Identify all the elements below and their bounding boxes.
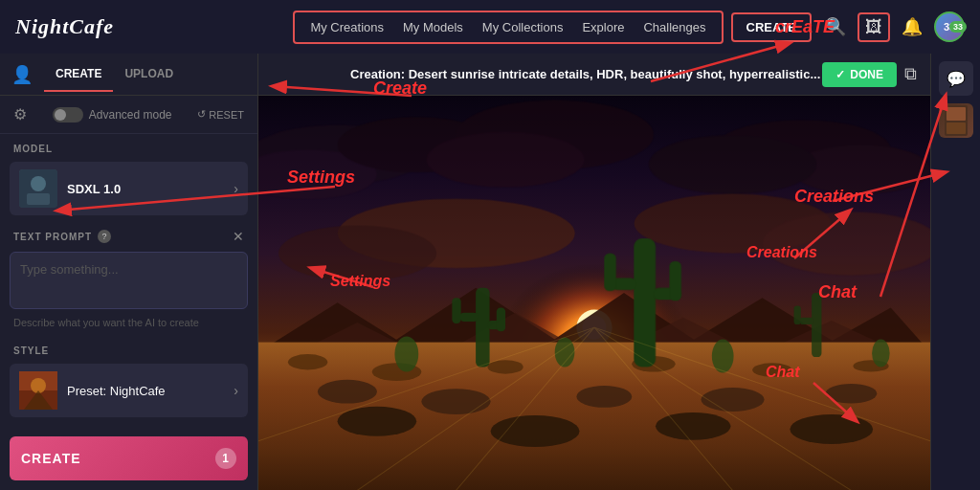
content-area: Creation: Desert sunrise intricate detai… xyxy=(258,54,930,490)
nav-challenges[interactable]: Challenges xyxy=(635,16,713,38)
profile-icon[interactable]: 👤 xyxy=(11,64,33,85)
svg-point-46 xyxy=(656,412,730,440)
nav-icon-group: 🔍 🖼 🔔 33 33 xyxy=(821,11,965,42)
prompt-hint: Describe what you want the AI to create xyxy=(0,313,257,336)
style-selector[interactable]: Preset: NightCafe › xyxy=(10,364,248,417)
tab-create[interactable]: CREATE xyxy=(44,57,113,92)
create-button-label: CREATE xyxy=(21,451,81,466)
svg-rect-57 xyxy=(497,307,505,331)
svg-point-64 xyxy=(872,340,890,368)
svg-rect-76 xyxy=(947,122,966,134)
desert-image: Settings Chat Creations xyxy=(258,96,930,490)
content-header: Creation: Desert sunrise intricate detai… xyxy=(258,54,930,96)
svg-rect-75 xyxy=(947,107,966,121)
svg-rect-58 xyxy=(812,293,821,357)
toggle-knob xyxy=(55,109,66,121)
nav-my-collections[interactable]: My Collections xyxy=(475,16,571,38)
sidebar-tab-row: 👤 CREATE UPLOAD xyxy=(0,54,257,96)
svg-point-61 xyxy=(394,336,418,371)
advanced-mode-row: ⚙ Advanced mode ↺ RESET xyxy=(0,96,257,134)
svg-point-33 xyxy=(288,354,327,370)
svg-rect-60 xyxy=(794,305,801,324)
prompt-placeholder: Type something... xyxy=(20,262,119,277)
style-section-label: STYLE xyxy=(0,336,257,360)
svg-point-47 xyxy=(790,414,873,444)
svg-point-40 xyxy=(421,389,490,414)
svg-rect-2 xyxy=(27,193,50,205)
advanced-mode-toggle-wrap: Advanced mode xyxy=(53,107,172,122)
app-logo: NightCafe xyxy=(15,14,114,39)
svg-point-1 xyxy=(31,176,46,191)
model-chevron-icon: › xyxy=(234,181,238,196)
model-selector[interactable]: SDXL 1.0 › xyxy=(10,162,248,215)
svg-rect-54 xyxy=(460,313,479,322)
reset-icon: ↺ xyxy=(197,108,206,121)
svg-point-18 xyxy=(649,135,817,194)
creation-title: Creation: Desert sunrise intricate detai… xyxy=(348,67,822,81)
avatar[interactable]: 33 33 xyxy=(934,11,965,42)
model-thumbnail xyxy=(19,169,57,208)
done-button[interactable]: ✓ DONE xyxy=(822,62,897,87)
svg-point-15 xyxy=(427,132,585,188)
advanced-mode-toggle[interactable] xyxy=(53,107,83,122)
svg-point-45 xyxy=(491,415,580,447)
text-prompt-label: TEXT PROMPT xyxy=(13,232,92,242)
notification-badge: 33 xyxy=(949,21,967,33)
svg-point-21 xyxy=(278,226,436,281)
style-section: STYLE Preset: NightCafe › xyxy=(0,336,257,429)
check-icon: ✓ xyxy=(835,68,845,81)
navbar: NightCafe My Creations My Models My Coll… xyxy=(0,0,980,54)
nav-my-models[interactable]: My Models xyxy=(395,16,471,38)
model-name: SDXL 1.0 xyxy=(67,182,121,196)
svg-rect-52 xyxy=(669,261,680,301)
svg-rect-59 xyxy=(800,318,813,324)
nav-links: My Creations My Models My Collections Ex… xyxy=(293,11,723,44)
copy-button[interactable]: ⧉ xyxy=(904,64,917,84)
svg-point-42 xyxy=(701,388,764,412)
search-button[interactable]: 🔍 xyxy=(821,12,850,41)
main-layout: 👤 CREATE UPLOAD ⚙ Advanced mode ↺ RESET … xyxy=(0,54,980,490)
svg-point-39 xyxy=(318,380,377,404)
sidebar: 👤 CREATE UPLOAD ⚙ Advanced mode ↺ RESET … xyxy=(0,54,258,490)
svg-point-43 xyxy=(826,384,878,404)
nav-create-button[interactable]: CREATE xyxy=(731,12,812,42)
nav-my-creations[interactable]: My Creations xyxy=(302,16,391,38)
create-badge: 1 xyxy=(215,448,236,469)
reset-label: RESET xyxy=(209,109,244,121)
advanced-mode-label: Advanced mode xyxy=(89,108,172,122)
style-name: Preset: NightCafe xyxy=(67,384,166,398)
done-label: DONE xyxy=(850,68,883,81)
reset-button[interactable]: ↺ RESET xyxy=(197,108,244,121)
svg-rect-48 xyxy=(634,238,656,367)
bell-button[interactable]: 🔔 xyxy=(898,12,926,41)
model-section-label: MODEL xyxy=(0,134,257,158)
style-thumbnail xyxy=(19,371,57,410)
svg-rect-53 xyxy=(476,288,489,368)
help-icon[interactable]: ? xyxy=(98,230,111,243)
svg-point-37 xyxy=(752,363,791,376)
tab-upload[interactable]: UPLOAD xyxy=(113,57,185,92)
svg-rect-50 xyxy=(604,254,615,291)
right-panel-chat-button[interactable]: 💬 xyxy=(939,61,973,96)
text-prompt-header: TEXT PROMPT ? ✕ xyxy=(0,219,257,248)
image-button[interactable]: 🖼 xyxy=(858,12,890,42)
prompt-input[interactable]: Type something... xyxy=(10,252,248,309)
right-panel: 💬 xyxy=(930,54,980,490)
right-panel-gallery-button[interactable] xyxy=(939,103,973,138)
gear-icon[interactable]: ⚙ xyxy=(13,105,27,123)
svg-point-44 xyxy=(338,407,417,436)
create-button[interactable]: CREATE 1 xyxy=(10,436,248,480)
svg-point-41 xyxy=(576,386,632,408)
svg-rect-55 xyxy=(452,298,460,323)
nav-explore[interactable]: Explore xyxy=(574,16,632,38)
close-icon[interactable]: ✕ xyxy=(233,229,244,244)
style-chevron-icon: › xyxy=(234,383,238,398)
